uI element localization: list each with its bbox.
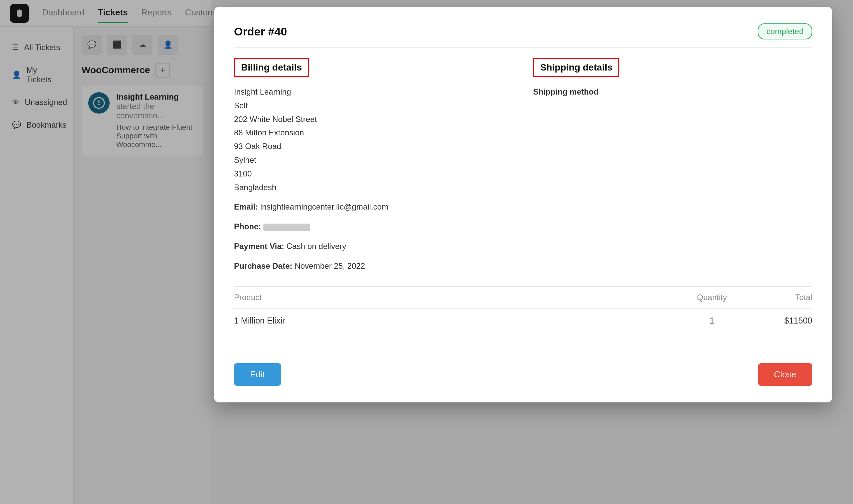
shipping-section: Shipping details Shipping method — [533, 58, 812, 273]
billing-payment-label: Payment Via: — [234, 241, 284, 251]
billing-name: Insight Learning — [234, 85, 513, 99]
shipping-info: Shipping method — [533, 85, 812, 99]
billing-country: Bangladesh — [234, 181, 513, 195]
shipping-method-label: Shipping method — [533, 85, 812, 99]
order-title: Order #40 — [234, 25, 287, 38]
billing-address2: 88 Milton Extension — [234, 126, 513, 140]
billing-city: Sylhet — [234, 154, 513, 167]
billing-info: Insight Learning Self 202 White Nobel St… — [234, 85, 513, 273]
col-header-total: Total — [745, 293, 812, 302]
billing-email-row: Email: insightlearningcenter.ilc@gmail.c… — [234, 200, 513, 214]
billing-company: Self — [234, 99, 513, 113]
billing-payment-row: Payment Via: Cash on delivery — [234, 240, 513, 253]
billing-date-row: Purchase Date: November 25, 2022 — [234, 259, 513, 273]
billing-section: Billing details Insight Learning Self 20… — [234, 58, 513, 273]
row-quantity: 1 — [678, 316, 745, 325]
col-header-qty: Quantity — [678, 293, 745, 302]
status-badge: completed — [758, 23, 812, 39]
billing-payment-value: Cash on delivery — [287, 241, 346, 251]
modal-header: Order #40 completed — [234, 23, 812, 48]
close-button[interactable]: Close — [758, 363, 812, 386]
billing-phone-row: Phone: — [234, 220, 513, 234]
edit-button[interactable]: Edit — [234, 363, 281, 386]
billing-phone-label: Phone: — [234, 222, 261, 231]
billing-title: Billing details — [234, 58, 309, 77]
table-header: Product Quantity Total — [234, 287, 812, 308]
billing-email-label: Email: — [234, 202, 258, 211]
shipping-title: Shipping details — [533, 58, 619, 77]
billing-postcode: 3100 — [234, 167, 513, 181]
modal-footer: Edit Close — [234, 353, 812, 386]
col-header-product: Product — [234, 293, 678, 302]
billing-date-value: November 25, 2022 — [294, 262, 365, 270]
row-total: $11500 — [745, 316, 812, 325]
billing-phone-blurred — [264, 223, 310, 231]
order-modal: Order #40 completed Billing details Insi… — [214, 7, 832, 402]
billing-email-value: insightlearningcenter.ilc@gmail.com — [260, 202, 388, 211]
table-row: 1 Million Elixir 1 $11500 — [234, 308, 812, 333]
row-product: 1 Million Elixir — [234, 316, 678, 325]
billing-date-label: Purchase Date: — [234, 262, 292, 270]
billing-address3: 93 Oak Road — [234, 140, 513, 154]
details-grid: Billing details Insight Learning Self 20… — [234, 58, 812, 273]
billing-address1: 202 White Nobel Street — [234, 113, 513, 126]
order-table: Product Quantity Total 1 Million Elixir … — [234, 286, 812, 333]
